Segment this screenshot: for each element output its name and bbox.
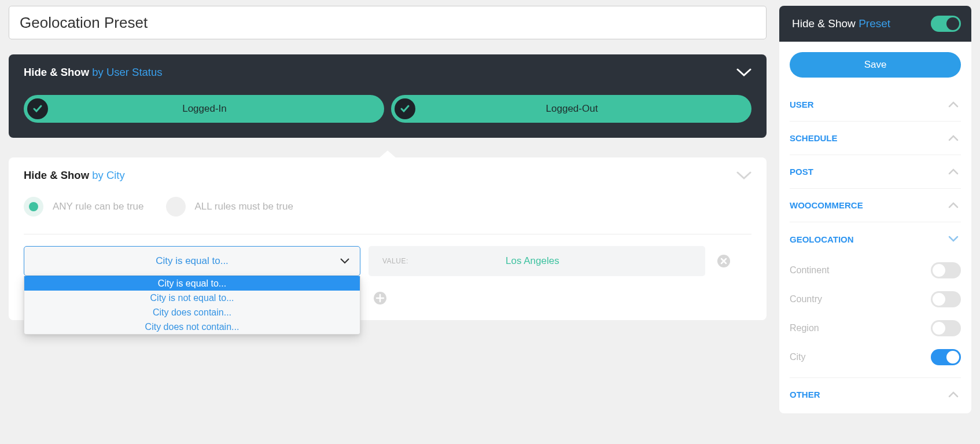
operator-dropdown: City is equal to... City is not equal to… (24, 276, 360, 335)
rule-value-field[interactable]: VALUE: (369, 246, 705, 276)
rule-value-input[interactable] (374, 255, 691, 267)
category-label: POST (790, 167, 813, 177)
chevron-up-icon (948, 167, 959, 177)
remove-rule-button[interactable] (717, 254, 731, 268)
chevron-up-icon (948, 200, 959, 211)
dropdown-option[interactable]: City does contain... (24, 305, 360, 320)
panel-title-suffix: by City (92, 169, 125, 181)
panel-city: Hide & Show by City ANY rule can be true… (9, 157, 767, 320)
radio-all-rules[interactable]: ALL rules must be true (166, 197, 293, 217)
dropdown-option[interactable]: City is equal to... (24, 276, 360, 291)
category-post[interactable]: POST (790, 155, 961, 189)
divider (24, 234, 751, 234)
panel-title: Hide & Show by City (24, 169, 751, 182)
pill-label: Logged-In (27, 103, 382, 115)
rule-row: City is equal to... City is equal to... … (24, 246, 751, 276)
sidebar-title: Hide & Show Preset (792, 17, 890, 30)
category-label: USER (790, 100, 814, 109)
city-toggle[interactable] (931, 349, 961, 365)
category-label: OTHER (790, 390, 820, 399)
category-geolocation[interactable]: GEOLOCATION (790, 222, 961, 256)
collapse-toggle[interactable] (736, 68, 751, 78)
close-circle-icon (717, 254, 731, 268)
category-schedule[interactable]: SCHEDULE (790, 122, 961, 155)
chevron-down-icon (736, 171, 751, 181)
panel-title-prefix: Hide & Show (24, 169, 89, 181)
chevron-down-icon (948, 234, 959, 244)
geo-city-row: City (790, 343, 961, 372)
panel-title-suffix: by User Status (92, 66, 162, 78)
chevron-up-icon (948, 100, 959, 110)
radio-label: ANY rule can be true (53, 201, 144, 212)
pill-label: Logged-Out (395, 103, 749, 115)
sidebar-header: Hide & Show Preset (779, 6, 971, 42)
dropdown-option[interactable]: City does not contain... (24, 320, 360, 334)
select-value: City is equal to... (35, 255, 349, 267)
add-rule-button[interactable] (373, 291, 387, 305)
sidebar-title-suffix: Preset (859, 17, 890, 30)
sub-label: City (790, 352, 806, 362)
category-label: SCHEDULE (790, 133, 838, 143)
preset-name-input[interactable] (9, 6, 767, 39)
category-woocommerce[interactable]: WOOCOMMERCE (790, 189, 961, 222)
continent-toggle[interactable] (931, 262, 961, 278)
sub-label: Country (790, 294, 822, 304)
sub-label: Region (790, 323, 819, 333)
panel-title: Hide & Show by User Status (24, 66, 751, 79)
dropdown-option[interactable]: City is not equal to... (24, 291, 360, 305)
sidebar-title-prefix: Hide & Show (792, 17, 856, 30)
panel-title-prefix: Hide & Show (24, 66, 89, 78)
chevron-down-icon (736, 68, 751, 78)
geo-country-row: Country (790, 285, 961, 314)
sub-label: Continent (790, 265, 830, 276)
radio-label: ALL rules must be true (195, 201, 293, 212)
panel-arrow-indicator (378, 151, 397, 159)
rule-operator-select[interactable]: City is equal to... (24, 246, 360, 276)
chevron-up-icon (948, 133, 959, 144)
panel-user-status: Hide & Show by User Status Logged-In L (9, 54, 767, 138)
category-other[interactable]: OTHER (790, 377, 961, 411)
category-user[interactable]: USER (790, 88, 961, 122)
sidebar-body: Save USER SCHEDULE POST WOOCOMMERCE GEOL… (779, 42, 971, 413)
category-label: WOOCOMMERCE (790, 200, 863, 210)
chevron-up-icon (948, 390, 959, 400)
category-label: GEOLOCATION (790, 234, 854, 244)
geo-continent-row: Continent (790, 256, 961, 285)
plus-circle-icon (373, 291, 387, 305)
pill-logged-out[interactable]: Logged-Out (391, 95, 751, 123)
pill-logged-in[interactable]: Logged-In (24, 95, 384, 123)
preset-enable-toggle[interactable] (931, 16, 961, 32)
country-toggle[interactable] (931, 291, 961, 307)
collapse-toggle[interactable] (736, 171, 751, 181)
save-button[interactable]: Save (790, 52, 961, 78)
region-toggle[interactable] (931, 320, 961, 336)
radio-any-rule[interactable]: ANY rule can be true (24, 197, 144, 217)
geo-region-row: Region (790, 314, 961, 343)
chevron-down-icon (340, 256, 349, 266)
